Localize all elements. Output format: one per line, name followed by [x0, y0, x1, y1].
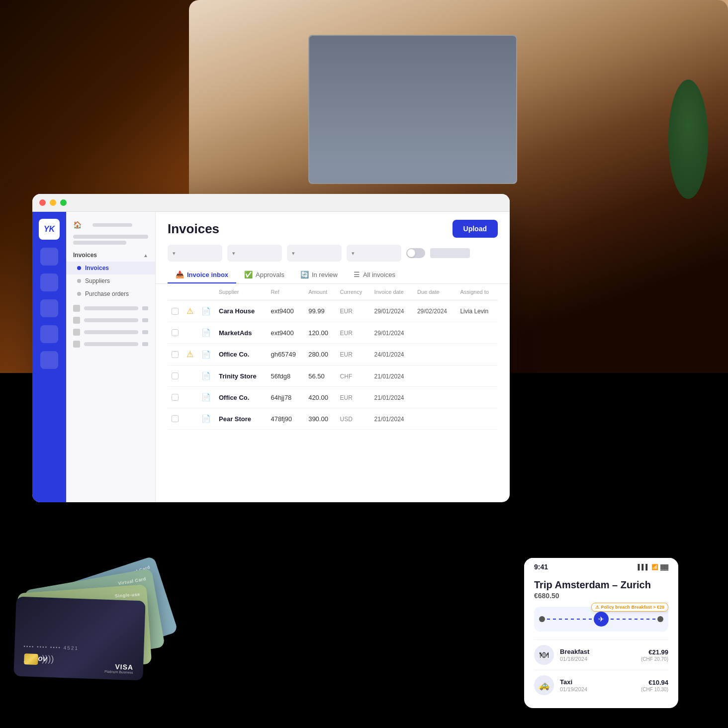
ref-3: 56fdg8 [271, 372, 290, 380]
invoice-date-3: 21/01/2024 [374, 373, 404, 380]
tab-all-icon: ☰ [354, 271, 360, 278]
sidebar-item-suppliers-label: Suppliers [85, 277, 110, 284]
tab-invoice-inbox[interactable]: 📥 Invoice inbox [168, 267, 236, 283]
table-header-row: Supplier Ref Amount Currency Invoice dat… [168, 284, 498, 300]
table-row[interactable]: 📄 MarketAds ext9400 120.00 EUR 29/01/202… [168, 322, 498, 344]
filter-dropdown-1[interactable] [168, 245, 222, 262]
header-due-date: Due date [413, 284, 456, 300]
tab-inbox-label: Invoice inbox [187, 271, 228, 278]
nav-icon-3[interactable] [40, 299, 58, 317]
currency-4: EUR [340, 394, 353, 401]
plane-icon: ✈ [598, 615, 604, 623]
supplier-name-5: Pear Store [219, 415, 251, 423]
supplier-name-1: MarketAds [219, 329, 252, 337]
invoice-table-area: Supplier Ref Amount Currency Invoice dat… [156, 284, 510, 502]
row-checkbox-2[interactable] [172, 351, 179, 358]
battery-icon: ▓▓ [660, 564, 668, 570]
expense-item-breakfast[interactable]: 🍽 Breakfast 01/18/2024 €21.99 (CHF 20.70… [534, 639, 668, 670]
sidebar-item-purchase-orders[interactable]: Purchase orders [66, 287, 155, 300]
row-checkbox-1[interactable] [172, 329, 179, 336]
warning-icon: ⚠ [595, 605, 599, 610]
sidebar-section-header-invoices[interactable]: Invoices ▲ [66, 249, 155, 262]
filter-row [156, 242, 510, 265]
toggle-switch[interactable] [406, 248, 425, 258]
toolbar: Invoices Upload [156, 212, 510, 242]
currency-5: USD [340, 416, 353, 423]
supplier-name-0: Cara House [219, 307, 255, 315]
sidebar-item-purchase-orders-label: Purchase orders [85, 290, 129, 297]
route-dot-from [539, 616, 545, 622]
upload-button[interactable]: Upload [453, 220, 498, 238]
header-checkbox [168, 284, 182, 300]
nav-icon-1[interactable] [40, 248, 58, 266]
main-content: Invoices Upload 📥 Invoice inbox [156, 212, 510, 502]
tabs-row: 📥 Invoice inbox ✅ Approvals 🔄 In review … [156, 265, 510, 284]
amount-5: 390.00 [308, 415, 328, 423]
sidebar-item-suppliers[interactable]: Suppliers [66, 274, 155, 287]
row-checkbox-4[interactable] [172, 394, 179, 401]
doc-icon-3: 📄 [201, 371, 211, 380]
header-invoice-date: Invoice date [370, 284, 413, 300]
amount-4: 420.00 [308, 394, 328, 401]
route-line-2 [611, 619, 655, 620]
wifi-icon: 📶 [651, 564, 658, 570]
sidebar-placeholder-2 [73, 241, 126, 245]
sidebar-item-invoices[interactable]: Invoices [66, 262, 155, 274]
header-ref: Ref [267, 284, 304, 300]
nav-icon-5[interactable] [40, 351, 58, 369]
toggle-knob [407, 249, 415, 257]
title-bar [32, 194, 510, 212]
table-row[interactable]: 📄 Office Co. 64hjj78 420.00 EUR 21/01/20… [168, 387, 498, 408]
supplier-name-2: Office Co. [219, 351, 249, 358]
filter-dropdown-4[interactable] [347, 245, 401, 262]
card-single-use-label: Single-use [115, 592, 140, 598]
expense-item-taxi[interactable]: 🚕 Taxi 01/19/2024 €10.94 (CHF 10.30) [534, 670, 668, 700]
invoice-date-1: 29/01/2024 [374, 330, 404, 337]
header-doc [197, 284, 215, 300]
filter-label-placeholder [430, 248, 470, 258]
row-checkbox-0[interactable] [172, 308, 179, 315]
filter-dropdown-2[interactable] [227, 245, 282, 262]
row-checkbox-3[interactable] [172, 372, 179, 379]
header-flag [182, 284, 197, 300]
ref-4: 64hjj78 [271, 394, 291, 401]
sidebar-placeholder-rows [66, 300, 155, 352]
tab-all-invoices[interactable]: ☰ All invoices [346, 267, 403, 283]
row-checkbox-5[interactable] [172, 415, 179, 422]
sidebar-placeholder-1 [73, 235, 148, 239]
policy-breach-sub: Breakfast > €20 [632, 605, 664, 610]
card-main: •••• •••• •••• 4521 yokov )))) VISA Plat… [13, 597, 145, 681]
tab-all-label: All invoices [363, 271, 395, 278]
card-virtual-2-label: Virtual Card [118, 576, 147, 586]
maximize-button[interactable] [60, 199, 67, 206]
card-number: •••• •••• •••• 4521 [23, 643, 79, 651]
route-line [547, 619, 592, 620]
nav-icon-2[interactable] [40, 273, 58, 291]
filter-dropdown-3[interactable] [287, 245, 342, 262]
mobile-time: 9:41 [534, 563, 548, 571]
taxi-chf: (CHF 10.30) [641, 687, 668, 692]
table-row[interactable]: 📄 Pear Store 478fj90 390.00 USD 21/01/20… [168, 408, 498, 430]
ref-0: ext9400 [271, 307, 293, 315]
amount-0: 99.99 [308, 307, 325, 315]
table-row[interactable]: ⚠ 📄 Office Co. gh65749 280.00 EUR 24/01/… [168, 344, 498, 365]
invoice-table: Supplier Ref Amount Currency Invoice dat… [168, 284, 498, 430]
amount-3: 56.50 [308, 372, 325, 380]
sidebar-chevron-icon: ▲ [143, 253, 148, 258]
sidebar-gray-row-4 [73, 338, 148, 350]
minimize-button[interactable] [50, 199, 56, 206]
card-chip [24, 653, 38, 665]
header-supplier: Supplier [215, 284, 267, 300]
nav-icon-4[interactable] [40, 325, 58, 343]
currency-0: EUR [340, 308, 353, 315]
tab-in-review[interactable]: 🔄 In review [292, 267, 346, 283]
due-date-0: 29/02/2024 [417, 308, 447, 315]
header-currency: Currency [336, 284, 370, 300]
tab-approvals[interactable]: ✅ Approvals [236, 267, 292, 283]
table-row[interactable]: ⚠ 📄 Cara House ext9400 99.99 EUR 29/01/2… [168, 300, 498, 322]
table-row[interactable]: 📄 Trinity Store 56fdg8 56.50 CHF 21/01/2… [168, 365, 498, 387]
breakfast-date: 01/18/2024 [560, 656, 635, 662]
close-button[interactable] [39, 199, 46, 206]
sidebar-dot-gray-1 [77, 279, 81, 283]
sidebar-home-row[interactable]: 🏠 [66, 217, 155, 233]
